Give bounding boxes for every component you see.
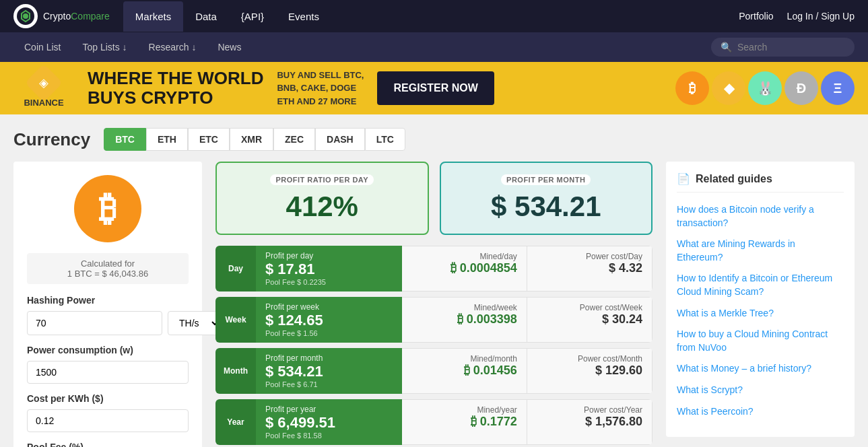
portfolio-link[interactable]: Portfolio: [739, 11, 773, 22]
month-card-label: PROFIT PER MONTH: [501, 174, 591, 185]
top-nav-links: Markets Data {API} Events: [123, 1, 739, 32]
hashing-unit-select[interactable]: TH/s GH/s MH/s: [168, 311, 221, 335]
search-input[interactable]: [737, 42, 845, 53]
nav-events[interactable]: Events: [276, 1, 331, 32]
hashing-field: TH/s GH/s MH/s: [27, 311, 189, 335]
document-icon: 📄: [677, 172, 690, 185]
power-cell: Power cost/Year $ 1,576.80: [527, 399, 653, 445]
logo[interactable]: CryptoCompare: [13, 4, 110, 28]
tab-etc[interactable]: ETC: [188, 128, 230, 151]
power-cell: Power cost/Month $ 129.60: [527, 348, 653, 394]
search-icon: 🔍: [721, 42, 732, 53]
binance-logo-icon: ◈: [25, 63, 63, 102]
eth-coin: Ξ: [821, 71, 855, 105]
btc-coin: ₿: [675, 71, 709, 105]
nav-data[interactable]: Data: [183, 1, 229, 32]
calc-rate: Calculated for 1 BTC = $ 46,043.86: [27, 253, 189, 284]
day-card-value: 412%: [230, 191, 414, 223]
banner-logo: ◈ BINANCE: [13, 69, 74, 108]
nav-top-lists[interactable]: Top Lists ↓: [71, 34, 137, 61]
period-label: Week: [215, 297, 256, 343]
calc-label: Calculated for: [32, 259, 183, 269]
btc-rate: 1 BTC = $ 46,043.86: [32, 269, 183, 279]
profit-row: Day Profit per day $ 17.81 Pool Fee $ 0.…: [215, 246, 653, 291]
cake-coin: 🐰: [748, 71, 782, 105]
banner-description: BUY AND SELL BTC,BNB, CAKE, DOGEETH AND …: [277, 69, 364, 108]
banner-title: WHERE THE WORLD BUYS CRYPTO: [88, 69, 263, 107]
top-nav-right: Portfolio Log In / Sign Up: [739, 11, 855, 22]
doge-coin: Ð: [784, 71, 818, 105]
power-cell: Power cost/Week $ 30.24: [527, 297, 653, 343]
tab-zec[interactable]: ZEC: [273, 128, 315, 151]
guide-link[interactable]: How does a Bitcoin node verify a transac…: [677, 203, 844, 230]
results-panel: PROFIT RATIO PER DAY 412% PROFIT PER MON…: [215, 162, 653, 447]
period-label: Day: [215, 246, 256, 291]
pool-label: Pool Fee (%): [27, 442, 189, 447]
guide-link[interactable]: What is Scrypt?: [677, 384, 844, 397]
nav-news[interactable]: News: [207, 34, 252, 61]
top-navigation: CryptoCompare Markets Data {API} Events …: [0, 0, 868, 32]
tab-eth[interactable]: ETH: [146, 128, 188, 151]
right-panel: 📄 Related guides How does a Bitcoin node…: [666, 162, 855, 447]
cost-label: Cost per KWh ($): [27, 393, 189, 404]
day-card-label: PROFIT RATIO PER DAY: [270, 174, 374, 185]
nav-coin-list[interactable]: Coin List: [13, 34, 71, 61]
mined-cell: Mined/year ₿ 0.1772: [402, 399, 527, 445]
currency-header: Currency BTC ETH ETC XMR ZEC DASH LTC: [13, 128, 855, 151]
register-now-button[interactable]: REGISTER NOW: [377, 71, 494, 105]
search-box: 🔍: [711, 38, 855, 57]
bnb-coin: ◆: [712, 71, 745, 105]
logo-text-compare: Compare: [71, 11, 110, 22]
cost-input[interactable]: [27, 409, 189, 432]
guide-link[interactable]: How to buy a Cloud Mining Contract from …: [677, 328, 844, 354]
banner-title-line1: WHERE THE WORLD: [88, 68, 263, 88]
guides-list: How does a Bitcoin node verify a transac…: [677, 203, 844, 418]
logo-text-crypto: Crypto: [43, 11, 71, 22]
calculator-panel: ₿ Calculated for 1 BTC = $ 46,043.86 Has…: [13, 162, 202, 447]
nav-markets[interactable]: Markets: [123, 1, 183, 32]
content-area: ₿ Calculated for 1 BTC = $ 46,043.86 Has…: [13, 162, 855, 447]
power-input[interactable]: [27, 361, 189, 384]
hashing-input[interactable]: [27, 311, 162, 335]
profit-month-card: PROFIT PER MONTH $ 534.21: [440, 162, 653, 235]
login-link[interactable]: Log In / Sign Up: [787, 11, 855, 22]
guide-link[interactable]: How to Identify a Bitcoin or Ethereum Cl…: [677, 272, 844, 298]
secondary-nav-links: Coin List Top Lists ↓ Research ↓ News: [13, 34, 252, 61]
currency-tabs: BTC ETH ETC XMR ZEC DASH LTC: [104, 128, 405, 151]
banner-title-line2: BUYS CRYPTO: [88, 88, 213, 108]
banner: ◈ BINANCE WHERE THE WORLD BUYS CRYPTO BU…: [0, 62, 868, 114]
tab-btc[interactable]: BTC: [104, 128, 146, 151]
tab-xmr[interactable]: XMR: [230, 128, 273, 151]
nav-api[interactable]: {API}: [229, 1, 276, 32]
page-title: Currency: [13, 129, 90, 150]
guide-link[interactable]: What is a Merkle Tree?: [677, 307, 844, 320]
profit-row: Month Profit per month $ 534.21 Pool Fee…: [215, 348, 653, 394]
related-guides-title: 📄 Related guides: [677, 172, 844, 193]
profit-rows: Day Profit per day $ 17.81 Pool Fee $ 0.…: [215, 246, 653, 445]
main-content: Currency BTC ETH ETC XMR ZEC DASH LTC ₿ …: [0, 114, 868, 447]
btc-icon: ₿: [74, 175, 141, 242]
logo-icon: [13, 4, 38, 28]
tab-ltc[interactable]: LTC: [365, 128, 405, 151]
profit-summary: PROFIT RATIO PER DAY 412% PROFIT PER MON…: [215, 162, 653, 235]
guide-link[interactable]: What is Peercoin?: [677, 405, 844, 419]
banner-coins: ₿ ◆ 🐰 Ð Ξ: [675, 71, 855, 105]
tab-dash[interactable]: DASH: [315, 128, 365, 151]
period-label: Year: [215, 399, 256, 445]
hashing-label: Hashing Power: [27, 295, 189, 306]
power-cell: Power cost/Day $ 4.32: [527, 246, 653, 291]
profit-main: Profit per year $ 6,499.51 Pool Fee $ 81…: [256, 399, 402, 445]
profit-main: Profit per day $ 17.81 Pool Fee $ 0.2235: [256, 246, 402, 291]
period-label: Month: [215, 348, 256, 394]
related-guides: 📄 Related guides How does a Bitcoin node…: [666, 162, 855, 437]
mined-cell: Mined/month ₿ 0.01456: [402, 348, 527, 394]
svg-point-1: [23, 13, 28, 19]
power-label: Power consumption (w): [27, 345, 189, 355]
profit-main: Profit per week $ 124.65 Pool Fee $ 1.56: [256, 297, 402, 343]
guide-link[interactable]: What are Mining Rewards in Ethereum?: [677, 238, 844, 264]
profit-row: Week Profit per week $ 124.65 Pool Fee $…: [215, 297, 653, 343]
guide-link[interactable]: What is Money – a brief history?: [677, 362, 844, 376]
mined-cell: Mined/week ₿ 0.003398: [402, 297, 527, 343]
nav-research[interactable]: Research ↓: [138, 34, 207, 61]
profit-main: Profit per month $ 534.21 Pool Fee $ 6.7…: [256, 348, 402, 394]
